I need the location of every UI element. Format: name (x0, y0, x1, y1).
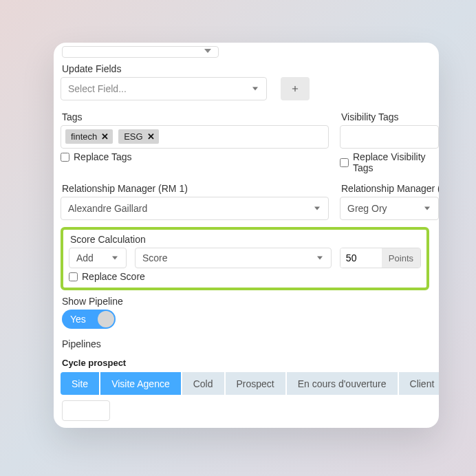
replace-tags-text: Replace Tags (74, 151, 132, 162)
chevron-down-icon (317, 257, 323, 260)
rm1-label: Relationship Manager (RM 1) (62, 183, 329, 194)
vis-tags-label: Visibility Tags (341, 111, 439, 122)
score-field-select[interactable]: Score (135, 248, 332, 268)
chevron-down-icon (314, 207, 320, 210)
score-op-value: Add (76, 252, 94, 263)
tags-label: Tags (62, 111, 329, 122)
score-value-input-group: Points (340, 248, 421, 268)
replace-score-checkbox-input[interactable] (69, 272, 78, 281)
update-fields-select[interactable]: Select Field... (61, 77, 267, 100)
remove-tag-icon[interactable]: ✕ (147, 131, 155, 142)
cycle-prospect-extra-input[interactable] (62, 400, 110, 421)
replace-score-checkbox[interactable]: Replace Score (69, 271, 421, 282)
replace-tags-checkbox-input[interactable] (61, 153, 69, 162)
stage-prospect[interactable]: Prospect (226, 372, 285, 395)
remove-tag-icon[interactable]: ✕ (101, 131, 109, 142)
rm2-value: Greg Ory (347, 203, 387, 214)
rm2-label: Relationship Manager (RM 2) (341, 183, 439, 194)
show-pipeline-toggle[interactable]: Yes (62, 310, 116, 329)
rm2-select[interactable]: Greg Ory (340, 197, 439, 220)
tag-chip[interactable]: fintech ✕ (65, 129, 113, 144)
stage-ouverture[interactable]: En cours d'ouverture (287, 372, 398, 395)
replace-vis-tags-checkbox[interactable]: Replace Visibility Tags (340, 151, 439, 173)
chevron-down-icon (424, 207, 430, 210)
rm1-select[interactable]: Alexandre Gaillard (61, 197, 329, 220)
add-field-button[interactable] (281, 77, 310, 100)
score-unit-label: Points (382, 248, 420, 268)
toggle-yes-text: Yes (70, 314, 86, 325)
score-field-value: Score (142, 252, 168, 263)
replace-vis-tags-checkbox-input[interactable] (340, 158, 349, 167)
score-value-input[interactable] (340, 248, 382, 268)
stage-visite[interactable]: Visite Agence (100, 372, 181, 395)
replace-tags-checkbox[interactable]: Replace Tags (61, 151, 329, 162)
update-fields-label: Update Fields (62, 63, 439, 74)
chevron-down-icon (112, 257, 118, 260)
tag-text: ESG (124, 131, 142, 142)
stage-client[interactable]: Client (399, 372, 439, 395)
update-fields-placeholder: Select Field... (68, 83, 127, 94)
cycle-prospect-stages: Site Visite Agence Cold Prospect En cour… (61, 372, 439, 395)
pipelines-label: Pipelines (62, 338, 439, 349)
tags-input[interactable]: fintech ✕ ESG ✕ (61, 125, 329, 149)
top-select-truncated[interactable] (62, 46, 219, 58)
cycle-prospect-title: Cycle prospect (62, 358, 439, 368)
rm1-value: Alexandre Gaillard (68, 203, 147, 214)
toggle-knob (98, 311, 114, 327)
vis-tags-input[interactable] (340, 125, 439, 149)
stage-site[interactable]: Site (61, 372, 99, 395)
tag-chip[interactable]: ESG ✕ (118, 129, 158, 144)
stage-cold[interactable]: Cold (182, 372, 224, 395)
replace-vis-tags-text: Replace Visibility Tags (353, 151, 439, 173)
form-card: Update Fields Select Field... Tags finte… (54, 43, 439, 428)
plus-icon (290, 84, 300, 94)
chevron-down-icon (252, 87, 258, 91)
show-pipeline-label: Show Pipeline (62, 296, 439, 307)
replace-score-text: Replace Score (82, 271, 145, 282)
score-op-select[interactable]: Add (69, 248, 127, 268)
tag-text: fintech (71, 131, 97, 142)
score-calculation-section: Score Calculation Add Score Points Repla… (61, 227, 429, 290)
score-label: Score Calculation (70, 234, 421, 245)
